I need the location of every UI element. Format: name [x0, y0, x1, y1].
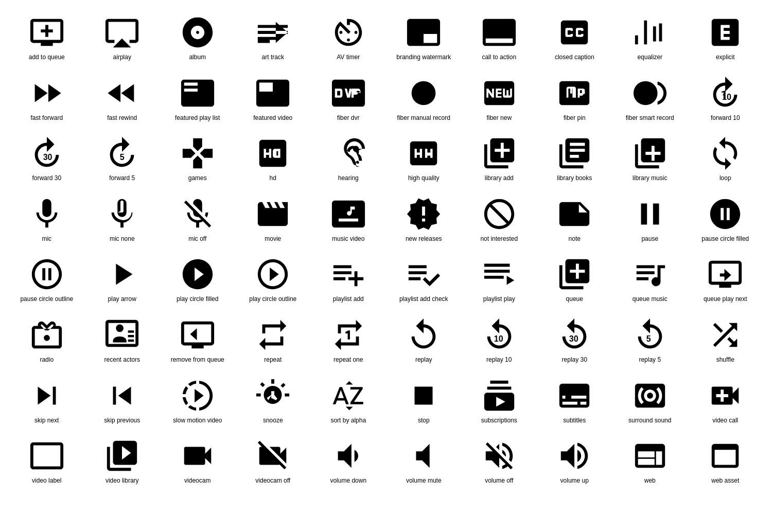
- shuffle-icon: [707, 317, 743, 353]
- icon-cell-remove-from-queue: remove from queue: [161, 313, 234, 368]
- explicit-icon: [707, 14, 743, 50]
- playlist-play-label: playlist play: [483, 295, 515, 304]
- replay-5-label: replay 5: [639, 356, 661, 364]
- hd-icon: [255, 135, 291, 171]
- mic-label: mic: [42, 235, 51, 243]
- icon-cell-featured-play-list: featured play list: [161, 71, 234, 127]
- recent-actors-label: recent actors: [104, 356, 140, 364]
- icon-cell-fiber-smart-record: fiber smart record: [613, 71, 687, 127]
- forward-5-icon: 5: [104, 135, 140, 171]
- pause-circle-filled-label: pause circle filled: [701, 235, 749, 243]
- subscriptions-label: subscriptions: [481, 417, 517, 425]
- games-label: games: [188, 174, 207, 183]
- video-label-label: video label: [32, 477, 61, 485]
- pause-circle-outline-label: pause circle outline: [20, 295, 73, 304]
- loop-icon: [707, 135, 743, 171]
- play-arrow-label: play arrow: [108, 295, 136, 304]
- hd-label: hd: [270, 174, 276, 183]
- svg-point-0: [412, 81, 436, 105]
- branding-watermark-icon: [406, 14, 442, 50]
- forward-10-icon: 10: [707, 75, 743, 111]
- fast-rewind-icon: [104, 75, 140, 111]
- icon-cell-art-track: art track: [237, 10, 310, 66]
- icon-cell-mic-none: mic none: [86, 192, 159, 247]
- web-asset-icon: [707, 438, 743, 474]
- album-label: album: [189, 54, 206, 62]
- repeat-label: repeat: [264, 356, 282, 364]
- surround-sound-label: surround sound: [628, 417, 671, 425]
- icon-cell-not-interested: not interested: [463, 192, 536, 247]
- web-label: web: [644, 477, 656, 485]
- icon-cell-subtitles: subtitles: [538, 374, 611, 429]
- add-to-queue-icon: [29, 14, 65, 50]
- icon-cell-stop: stop: [388, 374, 461, 429]
- av-timer-icon: [330, 14, 366, 50]
- icon-cell-movie: movie: [237, 192, 310, 247]
- volume-mute-label: volume mute: [406, 477, 442, 485]
- movie-icon: [255, 196, 291, 232]
- library-music-label: library music: [633, 174, 667, 183]
- icon-cell-mic-off: mic off: [161, 192, 234, 247]
- icon-cell-skip-next: skip next: [10, 374, 83, 429]
- replay-30-icon: 30: [556, 317, 592, 353]
- icon-cell-queue-play-next: queue play next: [689, 252, 762, 308]
- icon-cell-repeat: repeat: [237, 313, 310, 368]
- shuffle-label: shuffle: [716, 356, 734, 364]
- av-timer-label: AV timer: [337, 54, 360, 62]
- video-library-icon: [104, 438, 140, 474]
- slow-motion-video-label: slow motion video: [173, 417, 222, 425]
- volume-up-label: volume up: [560, 477, 589, 485]
- slow-motion-video-icon: [180, 378, 216, 414]
- library-add-icon: [481, 135, 517, 171]
- new-releases-label: new releases: [406, 235, 442, 243]
- library-books-icon: [556, 135, 592, 171]
- icon-cell-subscriptions: subscriptions: [463, 374, 536, 429]
- fiber-new-label: fiber new: [486, 114, 512, 122]
- art-track-icon: [255, 14, 291, 50]
- web-asset-label: web asset: [711, 477, 739, 485]
- icon-cell-fiber-pin: fiber pin: [538, 71, 611, 127]
- video-library-label: video library: [106, 477, 139, 485]
- new-releases-icon: [406, 196, 442, 232]
- remove-from-queue-label: remove from queue: [171, 356, 224, 364]
- forward-5-label: forward 5: [109, 174, 135, 183]
- icon-cell-featured-video: featured video: [237, 71, 310, 127]
- repeat-one-icon: [330, 317, 366, 353]
- replay-icon: [406, 317, 442, 353]
- queue-play-next-label: queue play next: [704, 295, 747, 304]
- icon-cell-play-circle-outline: play circle outline: [237, 252, 310, 308]
- icon-cell-note: note: [538, 192, 611, 247]
- repeat-one-label: repeat one: [334, 356, 363, 364]
- icon-cell-volume-down: volume down: [312, 434, 385, 489]
- library-music-icon: [632, 135, 668, 171]
- icon-cell-mic: mic: [10, 192, 83, 247]
- loop-label: loop: [720, 174, 731, 183]
- web-icon: [632, 438, 668, 474]
- icon-cell-fiber-new: fiber new: [463, 71, 536, 127]
- subtitles-label: subtitles: [563, 417, 586, 425]
- subscriptions-icon: [481, 378, 517, 414]
- add-to-queue-label: add to queue: [29, 54, 65, 62]
- skip-previous-icon: [104, 378, 140, 414]
- icon-cell-fiber-manual-record: fiber manual record: [388, 71, 461, 127]
- skip-previous-label: skip previous: [104, 417, 140, 425]
- icon-cell-recent-actors: recent actors: [86, 313, 159, 368]
- remove-from-queue-icon: [180, 317, 216, 353]
- equalizer-icon: [632, 14, 668, 50]
- play-circle-filled-label: play circle filled: [177, 295, 218, 304]
- mic-off-label: mic off: [188, 235, 206, 243]
- icon-cell-fast-rewind: fast rewind: [86, 71, 159, 127]
- video-label-icon: [29, 438, 65, 474]
- pause-circle-outline-icon: [29, 256, 65, 292]
- high-quality-icon: [406, 135, 442, 171]
- queue-icon: [556, 256, 592, 292]
- pause-circle-filled-icon: [707, 196, 743, 232]
- stop-label: stop: [418, 417, 430, 425]
- fiber-dvr-label: fiber dvr: [337, 114, 359, 122]
- volume-down-icon: [330, 438, 366, 474]
- videocam-off-icon: [255, 438, 291, 474]
- fiber-pin-label: fiber pin: [564, 114, 586, 122]
- playlist-add-icon: [330, 256, 366, 292]
- replay-10-label: replay 10: [486, 356, 512, 364]
- explicit-label: explicit: [716, 54, 735, 62]
